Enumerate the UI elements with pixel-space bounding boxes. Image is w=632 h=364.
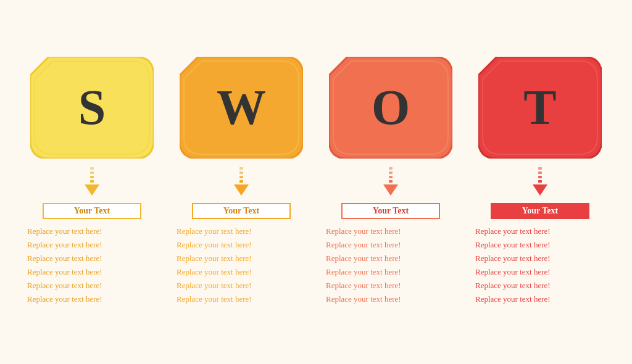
svg-rect-11 (389, 172, 393, 174)
svg-rect-13 (389, 180, 393, 183)
text-item-o-4[interactable]: Replace your text here! (320, 281, 462, 291)
svg-rect-3 (90, 180, 94, 183)
text-item-s-0[interactable]: Replace your text here! (21, 226, 163, 236)
text-item-s-1[interactable]: Replace your text here! (21, 240, 163, 250)
svg-marker-9 (234, 184, 249, 196)
svg-rect-1 (90, 172, 94, 174)
swot-column-o: O Your TextReplace your text here!Replac… (320, 57, 462, 308)
leaf-t: T (478, 57, 602, 159)
text-item-o-3[interactable]: Replace your text here! (320, 267, 462, 277)
label-box-w[interactable]: Your Text (192, 203, 291, 219)
svg-rect-12 (389, 176, 393, 178)
text-item-o-0[interactable]: Replace your text here! (320, 226, 462, 236)
arrow-s (80, 166, 104, 197)
text-item-w-4[interactable]: Replace your text here! (170, 281, 312, 291)
svg-rect-16 (538, 172, 542, 174)
letter-o: O (372, 80, 410, 136)
text-item-w-5[interactable]: Replace your text here! (170, 294, 312, 304)
svg-marker-4 (85, 184, 99, 196)
text-item-w-0[interactable]: Replace your text here! (170, 226, 312, 236)
letter-w: W (217, 80, 266, 136)
svg-rect-8 (239, 180, 243, 183)
svg-rect-18 (538, 180, 542, 183)
text-item-s-4[interactable]: Replace your text here! (21, 281, 163, 291)
svg-marker-19 (533, 184, 547, 196)
swot-diagram: S Your TextReplace your text here!Replac… (0, 51, 632, 314)
text-item-t-2[interactable]: Replace your text here! (469, 254, 611, 263)
text-item-o-1[interactable]: Replace your text here! (320, 240, 462, 250)
leaf-o: O (329, 57, 452, 159)
text-item-t-1[interactable]: Replace your text here! (469, 240, 611, 250)
text-item-t-3[interactable]: Replace your text here! (469, 267, 611, 277)
svg-rect-17 (538, 176, 542, 178)
text-item-o-5[interactable]: Replace your text here! (320, 294, 462, 304)
svg-rect-15 (538, 167, 542, 170)
letter-s: S (78, 80, 106, 136)
leaf-w: W (180, 57, 303, 159)
swot-column-t: T Your TextReplace your text here!Replac… (469, 57, 611, 308)
svg-rect-2 (90, 176, 94, 178)
leaf-s: S (30, 57, 154, 159)
svg-rect-6 (239, 172, 243, 174)
label-box-t[interactable]: Your Text (491, 203, 589, 219)
text-item-s-5[interactable]: Replace your text here! (21, 294, 163, 304)
arrow-o (378, 166, 403, 197)
svg-rect-0 (90, 167, 94, 170)
text-item-s-2[interactable]: Replace your text here! (21, 254, 163, 263)
svg-rect-5 (239, 167, 243, 170)
text-item-o-2[interactable]: Replace your text here! (320, 254, 462, 263)
text-item-w-1[interactable]: Replace your text here! (170, 240, 312, 250)
text-item-t-5[interactable]: Replace your text here! (469, 294, 611, 304)
letter-t: T (523, 80, 556, 136)
svg-rect-7 (239, 176, 243, 178)
arrow-t (528, 166, 552, 197)
swot-column-w: W Your TextReplace your text here!Replac… (170, 57, 312, 308)
text-item-t-4[interactable]: Replace your text here! (469, 281, 611, 291)
svg-rect-10 (389, 167, 393, 170)
label-box-o[interactable]: Your Text (341, 203, 440, 219)
swot-column-s: S Your TextReplace your text here!Replac… (21, 57, 163, 308)
arrow-w (229, 166, 254, 197)
text-item-w-2[interactable]: Replace your text here! (170, 254, 312, 263)
svg-marker-14 (383, 184, 398, 196)
text-item-s-3[interactable]: Replace your text here! (21, 267, 163, 277)
label-box-s[interactable]: Your Text (43, 203, 141, 219)
text-item-w-3[interactable]: Replace your text here! (170, 267, 312, 277)
text-item-t-0[interactable]: Replace your text here! (469, 226, 611, 236)
